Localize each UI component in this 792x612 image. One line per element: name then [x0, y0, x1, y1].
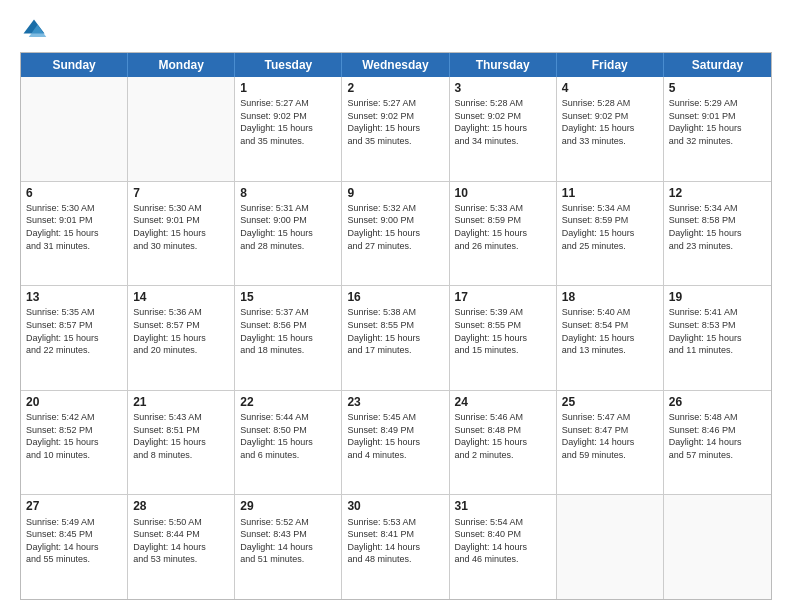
day-info-line: Sunset: 8:51 PM: [133, 424, 229, 437]
day-number: 5: [669, 80, 766, 96]
day-info-line: and 28 minutes.: [240, 240, 336, 253]
day-info-line: and 59 minutes.: [562, 449, 658, 462]
day-info-line: Daylight: 15 hours: [562, 227, 658, 240]
day-info-line: and 8 minutes.: [133, 449, 229, 462]
day-info-line: Sunrise: 5:35 AM: [26, 306, 122, 319]
day-cell-14: 14Sunrise: 5:36 AMSunset: 8:57 PMDayligh…: [128, 286, 235, 390]
day-info-line: Sunrise: 5:41 AM: [669, 306, 766, 319]
day-info-line: and 33 minutes.: [562, 135, 658, 148]
day-cell-29: 29Sunrise: 5:52 AMSunset: 8:43 PMDayligh…: [235, 495, 342, 599]
day-info-line: Daylight: 15 hours: [562, 332, 658, 345]
day-number: 31: [455, 498, 551, 514]
day-number: 1: [240, 80, 336, 96]
day-number: 18: [562, 289, 658, 305]
day-cell-15: 15Sunrise: 5:37 AMSunset: 8:56 PMDayligh…: [235, 286, 342, 390]
day-info-line: Sunset: 9:02 PM: [455, 110, 551, 123]
day-cell-1: 1Sunrise: 5:27 AMSunset: 9:02 PMDaylight…: [235, 77, 342, 181]
day-info-line: Sunrise: 5:27 AM: [240, 97, 336, 110]
day-number: 17: [455, 289, 551, 305]
calendar-header: SundayMondayTuesdayWednesdayThursdayFrid…: [21, 53, 771, 77]
weekday-header-sunday: Sunday: [21, 53, 128, 77]
day-info-line: Daylight: 14 hours: [455, 541, 551, 554]
day-info-line: and 17 minutes.: [347, 344, 443, 357]
day-cell-25: 25Sunrise: 5:47 AMSunset: 8:47 PMDayligh…: [557, 391, 664, 495]
day-info-line: Daylight: 14 hours: [669, 436, 766, 449]
day-info-line: Sunset: 9:00 PM: [347, 214, 443, 227]
day-info-line: and 55 minutes.: [26, 553, 122, 566]
day-info-line: Daylight: 14 hours: [26, 541, 122, 554]
day-info-line: Daylight: 15 hours: [347, 332, 443, 345]
calendar: SundayMondayTuesdayWednesdayThursdayFrid…: [20, 52, 772, 600]
day-info-line: Sunset: 8:46 PM: [669, 424, 766, 437]
day-number: 10: [455, 185, 551, 201]
day-info-line: Sunset: 8:57 PM: [26, 319, 122, 332]
day-info-line: Sunset: 9:02 PM: [240, 110, 336, 123]
day-info-line: Daylight: 15 hours: [455, 227, 551, 240]
day-info-line: and 32 minutes.: [669, 135, 766, 148]
day-cell-27: 27Sunrise: 5:49 AMSunset: 8:45 PMDayligh…: [21, 495, 128, 599]
day-info-line: Daylight: 15 hours: [26, 227, 122, 240]
day-number: 28: [133, 498, 229, 514]
day-cell-3: 3Sunrise: 5:28 AMSunset: 9:02 PMDaylight…: [450, 77, 557, 181]
day-info-line: Daylight: 14 hours: [133, 541, 229, 554]
day-info-line: Sunset: 8:56 PM: [240, 319, 336, 332]
day-info-line: Sunrise: 5:49 AM: [26, 516, 122, 529]
day-number: 14: [133, 289, 229, 305]
day-number: 9: [347, 185, 443, 201]
day-info-line: Sunrise: 5:53 AM: [347, 516, 443, 529]
day-info-line: and 35 minutes.: [240, 135, 336, 148]
day-info-line: Sunrise: 5:42 AM: [26, 411, 122, 424]
day-number: 22: [240, 394, 336, 410]
day-cell-12: 12Sunrise: 5:34 AMSunset: 8:58 PMDayligh…: [664, 182, 771, 286]
weekday-header-wednesday: Wednesday: [342, 53, 449, 77]
day-cell-31: 31Sunrise: 5:54 AMSunset: 8:40 PMDayligh…: [450, 495, 557, 599]
day-info-line: Sunset: 8:57 PM: [133, 319, 229, 332]
day-number: 27: [26, 498, 122, 514]
day-info-line: and 13 minutes.: [562, 344, 658, 357]
day-info-line: Sunset: 8:40 PM: [455, 528, 551, 541]
day-info-line: Sunrise: 5:39 AM: [455, 306, 551, 319]
week-row-5: 27Sunrise: 5:49 AMSunset: 8:45 PMDayligh…: [21, 495, 771, 599]
day-info-line: and 11 minutes.: [669, 344, 766, 357]
day-cell-18: 18Sunrise: 5:40 AMSunset: 8:54 PMDayligh…: [557, 286, 664, 390]
day-cell-23: 23Sunrise: 5:45 AMSunset: 8:49 PMDayligh…: [342, 391, 449, 495]
day-info-line: and 2 minutes.: [455, 449, 551, 462]
day-info-line: Sunset: 8:47 PM: [562, 424, 658, 437]
day-number: 25: [562, 394, 658, 410]
day-info-line: and 6 minutes.: [240, 449, 336, 462]
day-info-line: and 53 minutes.: [133, 553, 229, 566]
day-number: 13: [26, 289, 122, 305]
day-info-line: and 10 minutes.: [26, 449, 122, 462]
day-cell-26: 26Sunrise: 5:48 AMSunset: 8:46 PMDayligh…: [664, 391, 771, 495]
day-info-line: Sunrise: 5:50 AM: [133, 516, 229, 529]
day-number: 20: [26, 394, 122, 410]
day-info-line: Sunset: 8:55 PM: [347, 319, 443, 332]
day-info-line: and 35 minutes.: [347, 135, 443, 148]
day-info-line: Daylight: 15 hours: [26, 332, 122, 345]
day-info-line: Sunrise: 5:32 AM: [347, 202, 443, 215]
day-info-line: Sunset: 8:52 PM: [26, 424, 122, 437]
day-cell-22: 22Sunrise: 5:44 AMSunset: 8:50 PMDayligh…: [235, 391, 342, 495]
day-info-line: Daylight: 14 hours: [562, 436, 658, 449]
day-cell-10: 10Sunrise: 5:33 AMSunset: 8:59 PMDayligh…: [450, 182, 557, 286]
day-info-line: and 22 minutes.: [26, 344, 122, 357]
day-number: 15: [240, 289, 336, 305]
day-info-line: Daylight: 15 hours: [133, 436, 229, 449]
day-cell-4: 4Sunrise: 5:28 AMSunset: 9:02 PMDaylight…: [557, 77, 664, 181]
logo-icon: [20, 16, 48, 44]
day-info-line: and 46 minutes.: [455, 553, 551, 566]
day-info-line: Sunset: 9:02 PM: [347, 110, 443, 123]
day-number: 7: [133, 185, 229, 201]
day-info-line: Daylight: 15 hours: [240, 227, 336, 240]
day-info-line: Sunset: 8:49 PM: [347, 424, 443, 437]
day-info-line: Daylight: 15 hours: [133, 227, 229, 240]
day-info-line: Daylight: 15 hours: [347, 227, 443, 240]
day-cell-9: 9Sunrise: 5:32 AMSunset: 9:00 PMDaylight…: [342, 182, 449, 286]
day-info-line: Daylight: 15 hours: [240, 332, 336, 345]
day-info-line: and 4 minutes.: [347, 449, 443, 462]
day-info-line: Sunrise: 5:44 AM: [240, 411, 336, 424]
day-info-line: Sunrise: 5:28 AM: [455, 97, 551, 110]
day-info-line: and 23 minutes.: [669, 240, 766, 253]
day-info-line: Sunset: 8:44 PM: [133, 528, 229, 541]
day-info-line: and 27 minutes.: [347, 240, 443, 253]
